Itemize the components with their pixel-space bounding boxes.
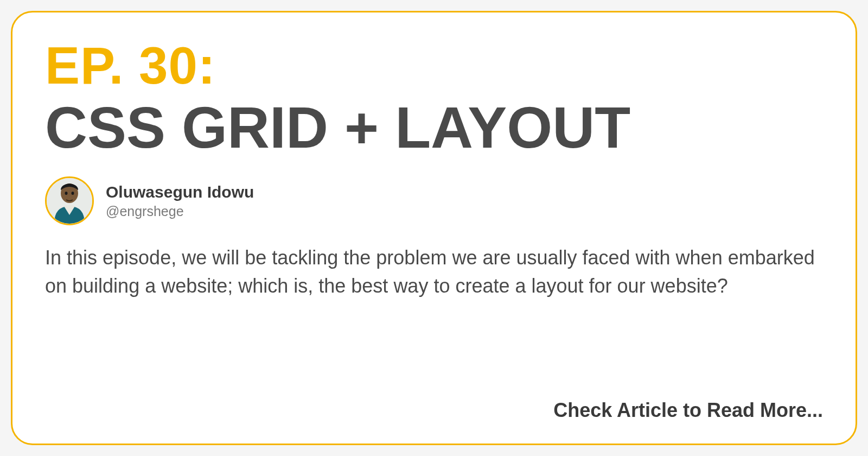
author-name: Oluwasegun Idowu [106,183,254,201]
episode-label: EP. 30: [45,40,823,92]
svg-point-3 [72,192,74,195]
episode-description: In this episode, we will be tackling the… [45,244,823,300]
episode-title: CSS GRID + LAYOUT [45,98,823,157]
author-handle: @engrshege [106,204,254,219]
author-avatar [45,176,94,225]
svg-point-2 [65,192,68,195]
episode-card: EP. 30: CSS GRID + LAYOUT Oluwasegun Ido… [11,11,857,445]
read-more-link[interactable]: Check Article to Read More... [45,399,823,422]
author-info: Oluwasegun Idowu @engrshege [106,183,254,219]
author-row: Oluwasegun Idowu @engrshege [45,176,823,225]
